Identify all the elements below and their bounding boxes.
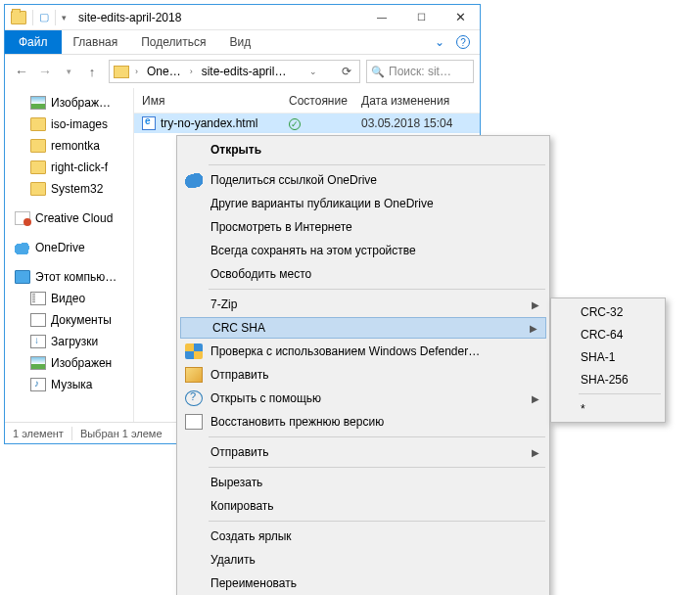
window-title: site-edits-april-2018 — [72, 11, 362, 24]
crc-submenu: CRC-32 CRC-64 SHA-1 SHA-256 * — [550, 298, 666, 423]
up-button[interactable]: ↑ — [81, 61, 103, 82]
sidebar-item-video[interactable]: Видео — [5, 288, 133, 309]
sidebar-item-rightclick[interactable]: right-click-f — [5, 157, 133, 178]
breadcrumb-chevron-icon[interactable]: › — [133, 67, 140, 76]
submenu-crc32[interactable]: CRC-32 — [553, 300, 663, 323]
sidebar-item-onedrive[interactable]: OneDrive — [5, 237, 133, 258]
breadcrumb[interactable]: One… — [144, 65, 184, 78]
ribbon-tab-share[interactable]: Поделиться — [129, 30, 217, 54]
sidebar-item-documents[interactable]: Документы — [5, 309, 133, 331]
file-date: 03.05.2018 15:04 — [353, 116, 480, 130]
submenu-crc64[interactable]: CRC-64 — [553, 323, 663, 345]
pc-icon — [15, 270, 30, 284]
maximize-button[interactable]: ☐ — [401, 5, 441, 29]
menu-always-keep[interactable]: Всегда сохранять на этом устройстве — [179, 239, 547, 262]
address-dropdown-icon[interactable]: ⌄ — [307, 67, 319, 76]
sidebar-item-system32[interactable]: System32 — [5, 178, 133, 200]
back-button[interactable]: ← — [11, 61, 32, 82]
col-state[interactable]: Состояние — [281, 94, 353, 108]
file-name: try-no-yandex.html — [161, 116, 257, 130]
search-input[interactable]: 🔍 Поиск: sit… — [366, 60, 474, 83]
minimize-button[interactable]: — — [362, 5, 401, 29]
ribbon-tabs: Файл Главная Поделиться Вид ⌄ ? — [5, 30, 480, 55]
menu-delete[interactable]: Удалить — [179, 548, 547, 572]
menu-separator — [209, 164, 545, 165]
help-icon — [185, 390, 203, 406]
ribbon-tab-view[interactable]: Вид — [217, 30, 262, 54]
ribbon-tab-home[interactable]: Главная — [62, 30, 130, 54]
column-headers: Имя Состояние Дата изменения — [134, 88, 480, 114]
history-dropdown-icon[interactable]: ▾ — [58, 61, 79, 82]
refresh-button[interactable]: ⟳ — [338, 65, 355, 78]
menu-open-with[interactable]: Открыть с помощью▶ — [179, 387, 547, 410]
quick-access-toolbar: ▢ ▾ — [5, 10, 72, 25]
send-icon — [185, 367, 203, 383]
pictures-icon — [30, 356, 46, 370]
sidebar-item-creativecloud[interactable]: Creative Cloud — [5, 207, 133, 229]
menu-other-publish[interactable]: Другие варианты публикации в OneDrive — [179, 192, 547, 215]
sidebar-item-iso[interactable]: iso-images — [5, 114, 133, 135]
menu-copy[interactable]: Копировать — [179, 494, 547, 518]
shield-icon — [185, 343, 203, 359]
sidebar-item-remontka[interactable]: remontka — [5, 135, 133, 157]
file-row-selected[interactable]: try-no-yandex.html ✓ 03.05.2018 15:04 — [134, 114, 480, 133]
qat-separator — [55, 10, 56, 25]
help-icon[interactable]: ? — [456, 35, 470, 49]
submenu-arrow-icon: ▶ — [530, 323, 537, 334]
menu-7zip[interactable]: 7-Zip▶ — [179, 293, 547, 316]
breadcrumb[interactable]: site-edits-april… — [199, 65, 290, 78]
submenu-sha1[interactable]: SHA-1 — [553, 345, 663, 368]
menu-restore[interactable]: Восстановить прежнюю версию — [179, 410, 547, 434]
sidebar-item-thispc[interactable]: Этот компью… — [5, 266, 133, 288]
titlebar: ▢ ▾ site-edits-april-2018 — ☐ ✕ — [5, 5, 480, 30]
address-bar-row: ← → ▾ ↑ › One… › site-edits-april… ⌄ ⟳ 🔍… — [5, 55, 480, 88]
qat-check-icon[interactable]: ▢ — [39, 11, 49, 23]
context-menu: Открыть Поделиться ссылкой OneDrive Друг… — [176, 135, 550, 595]
folder-icon — [30, 117, 46, 131]
forward-button[interactable]: → — [34, 61, 56, 82]
menu-open[interactable]: Открыть — [179, 138, 547, 161]
col-name[interactable]: Имя — [134, 94, 281, 108]
menu-view-internet[interactable]: Просмотреть в Интернете — [179, 215, 547, 239]
status-count: 1 элемент — [13, 428, 64, 439]
onedrive-icon — [15, 241, 30, 254]
ribbon-file-tab[interactable]: Файл — [5, 30, 62, 54]
close-button[interactable]: ✕ — [441, 5, 480, 29]
status-selection: Выбран 1 элеме — [80, 428, 163, 439]
menu-separator — [579, 393, 661, 394]
menu-rename[interactable]: Переименовать — [179, 572, 547, 595]
col-date[interactable]: Дата изменения — [353, 94, 480, 108]
sidebar-item-images[interactable]: Изображ… — [5, 92, 133, 114]
submenu-arrow-icon: ▶ — [532, 299, 539, 310]
video-icon — [30, 292, 46, 305]
address-bar[interactable]: › One… › site-edits-april… ⌄ ⟳ — [109, 60, 360, 83]
folder-icon — [11, 11, 26, 24]
menu-crc-sha[interactable]: CRC SHA▶ — [180, 317, 546, 339]
breadcrumb-chevron-icon[interactable]: › — [188, 67, 195, 76]
menu-separator — [209, 521, 545, 522]
submenu-sha256[interactable]: SHA-256 — [553, 368, 663, 390]
menu-defender[interactable]: Проверка с использованием Windows Defend… — [179, 340, 547, 363]
folder-icon — [30, 182, 46, 196]
sidebar-item-music[interactable]: Музыка — [5, 374, 133, 395]
folder-icon — [30, 139, 46, 153]
navigation-pane: Изображ… iso-images remontka right-click… — [5, 88, 134, 422]
sidebar-item-downloads[interactable]: Загрузки — [5, 331, 133, 352]
menu-send-to[interactable]: Отправить▶ — [179, 440, 547, 464]
search-icon: 🔍 — [371, 66, 385, 78]
menu-separator — [209, 436, 545, 437]
qat-dropdown-icon[interactable]: ▾ — [62, 13, 67, 23]
menu-shortcut[interactable]: Создать ярлык — [179, 525, 547, 548]
restore-icon — [185, 414, 203, 430]
music-icon — [30, 378, 46, 391]
downloads-icon — [30, 335, 46, 348]
sidebar-item-images2[interactable]: Изображен — [5, 352, 133, 374]
submenu-star[interactable]: * — [553, 397, 663, 420]
documents-icon — [30, 313, 46, 327]
menu-cut[interactable]: Вырезать — [179, 471, 547, 494]
menu-send[interactable]: Отправить — [179, 363, 547, 387]
ribbon-expand-icon[interactable]: ⌄ — [435, 35, 444, 49]
pictures-icon — [30, 96, 46, 110]
menu-free-space[interactable]: Освободить место — [179, 262, 547, 286]
menu-share-onedrive[interactable]: Поделиться ссылкой OneDrive — [179, 168, 547, 192]
